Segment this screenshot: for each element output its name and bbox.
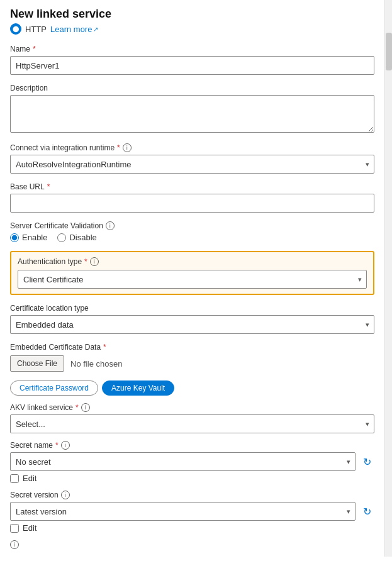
secret-name-edit-row: Edit: [10, 474, 374, 483]
base-url-group: Base URL *: [10, 182, 374, 213]
secret-name-select-wrapper: No secret ▾: [10, 452, 356, 471]
auth-type-group: Authentication type * i Client Certifica…: [10, 251, 374, 295]
server-cert-validation-group: Server Certificate Validation i Enable D…: [10, 221, 374, 242]
integration-runtime-group: Connect via integration runtime * i Auto…: [10, 143, 374, 174]
name-required: *: [33, 45, 36, 53]
secret-version-select[interactable]: Latest version: [10, 502, 356, 521]
server-cert-validation-label: Server Certificate Validation: [10, 221, 103, 230]
cert-location-label: Certificate location type: [10, 304, 89, 313]
page-title: New linked service: [10, 8, 374, 21]
cert-location-group: Certificate location type Embedded data …: [10, 304, 374, 334]
cert-location-select[interactable]: Embedded data: [10, 315, 374, 334]
secret-version-label: Secret version: [10, 491, 59, 499]
secret-version-edit-row: Edit: [10, 523, 374, 533]
secret-name-info-icon[interactable]: i: [61, 441, 70, 450]
secret-name-group: Secret name * i No secret ▾ ↻ Edit: [10, 441, 374, 483]
azure-key-vault-tab[interactable]: Azure Key Vault: [102, 380, 174, 396]
secret-name-select-row: No secret ▾ ↻: [10, 452, 374, 471]
disable-radio[interactable]: [57, 233, 66, 242]
name-input[interactable]: [10, 56, 374, 75]
name-label: Name: [10, 45, 30, 53]
enable-radio-label[interactable]: Enable: [10, 233, 47, 242]
akv-linked-service-info-icon[interactable]: i: [81, 403, 90, 412]
description-label: Description: [10, 84, 48, 92]
learn-more-link[interactable]: Learn more ↗: [50, 25, 98, 34]
name-group: Name *: [10, 45, 374, 75]
akv-section: AKV linked service * i Select... ▾ Secre…: [10, 403, 374, 549]
secret-version-edit-checkbox[interactable]: [10, 524, 19, 533]
cert-password-tab[interactable]: Certificate Password: [10, 380, 98, 396]
secret-name-select[interactable]: No secret: [10, 452, 356, 471]
integration-runtime-label: Connect via integration runtime: [10, 143, 115, 152]
enable-radio[interactable]: [10, 233, 19, 242]
cert-location-select-wrapper: Embedded data ▾: [10, 315, 374, 334]
integration-runtime-info-icon[interactable]: i: [123, 143, 132, 152]
akv-linked-service-label: AKV linked service: [10, 403, 73, 412]
akv-linked-service-required: *: [76, 403, 79, 412]
bottom-info-row: i: [10, 540, 374, 549]
auth-type-select[interactable]: Client Certificate: [18, 270, 367, 289]
secret-version-edit-label: Edit: [23, 523, 36, 533]
cert-validation-radio-group: Enable Disable: [10, 233, 374, 242]
akv-linked-service-select[interactable]: Select...: [10, 414, 374, 433]
choose-file-button[interactable]: Choose File: [10, 355, 64, 372]
disable-radio-label[interactable]: Disable: [57, 233, 96, 242]
base-url-input[interactable]: [10, 194, 374, 213]
integration-runtime-select-wrapper: AutoResolveIntegrationRuntime ▾: [10, 155, 374, 174]
secret-name-refresh-button[interactable]: ↻: [359, 454, 374, 469]
file-chooser-row: Choose File No file chosen: [10, 355, 374, 372]
scrollbar[interactable]: [384, 0, 392, 557]
akv-linked-service-select-wrapper: Select... ▾: [10, 414, 374, 433]
embedded-cert-required: *: [103, 343, 106, 352]
cert-password-tabs: Certificate Password Azure Key Vault: [10, 380, 374, 396]
embedded-cert-label-text: Embedded Certificate Data: [10, 343, 101, 352]
no-file-text: No file chosen: [70, 359, 122, 369]
base-url-label: Base URL: [10, 182, 45, 191]
subtitle-text: HTTP: [25, 25, 47, 34]
secret-version-select-row: Latest version ▾ ↻: [10, 502, 374, 521]
auth-type-label: Authentication type: [18, 257, 82, 266]
auth-type-required: *: [84, 257, 87, 266]
disable-label: Disable: [69, 233, 96, 242]
integration-runtime-required: *: [117, 143, 120, 152]
auth-type-select-wrapper: Client Certificate ▾: [18, 270, 367, 289]
http-icon: ⬤: [10, 23, 21, 35]
bottom-info-icon[interactable]: i: [10, 540, 19, 549]
description-textarea[interactable]: [10, 95, 374, 133]
secret-version-info-icon[interactable]: i: [61, 491, 70, 499]
scrollbar-thumb[interactable]: [386, 33, 392, 70]
secret-name-label: Secret name: [10, 441, 53, 450]
auth-type-info-icon[interactable]: i: [90, 257, 99, 266]
server-cert-validation-info-icon[interactable]: i: [106, 221, 115, 230]
secret-name-required: *: [55, 441, 59, 450]
description-group: Description: [10, 84, 374, 135]
akv-linked-service-group: AKV linked service * i Select... ▾: [10, 403, 374, 433]
secret-version-group: Secret version i Latest version ▾ ↻ Edit: [10, 491, 374, 533]
external-link-icon: ↗: [93, 26, 98, 33]
secret-version-select-wrapper: Latest version ▾: [10, 502, 356, 521]
enable-label: Enable: [22, 233, 47, 242]
secret-name-edit-checkbox[interactable]: [10, 474, 19, 483]
embedded-cert-group: Embedded Certificate Data * Choose File …: [10, 343, 374, 372]
secret-name-edit-label: Edit: [23, 474, 36, 483]
integration-runtime-select[interactable]: AutoResolveIntegrationRuntime: [10, 155, 374, 174]
base-url-required: *: [47, 182, 50, 191]
secret-version-refresh-button[interactable]: ↻: [359, 504, 374, 519]
